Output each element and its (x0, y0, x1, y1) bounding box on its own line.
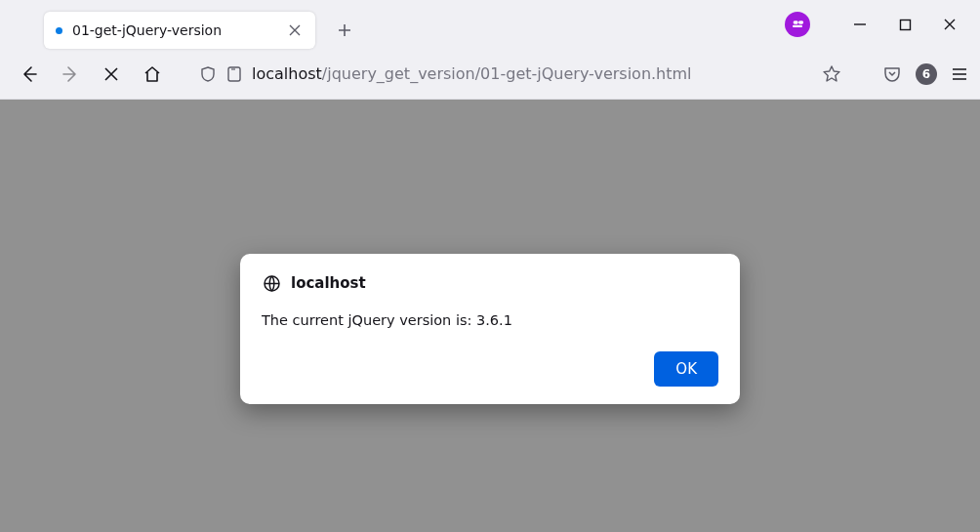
bookmark-star-icon[interactable] (822, 64, 841, 84)
titlebar: 01-get-jQuery-version (0, 0, 980, 49)
dialog-actions: OK (262, 351, 718, 387)
window-controls (785, 0, 980, 49)
maximize-button[interactable] (896, 16, 914, 33)
tab-title: 01-get-jQuery-version (72, 22, 276, 38)
loading-dot-icon (56, 27, 62, 34)
navigation-toolbar: localhost/jquery_get_version/01-get-jQue… (0, 49, 980, 100)
back-button[interactable] (12, 57, 47, 92)
close-tab-button[interactable] (286, 21, 304, 39)
minimize-button[interactable] (851, 16, 869, 33)
home-button[interactable] (135, 57, 170, 92)
svg-rect-2 (793, 25, 802, 27)
dialog-origin: localhost (291, 274, 366, 292)
globe-icon (262, 273, 281, 293)
shield-icon[interactable] (199, 65, 217, 83)
pocket-icon[interactable] (882, 64, 902, 84)
url-path: /jquery_get_version/01-get-jQuery-versio… (322, 64, 692, 83)
browser-tab[interactable]: 01-get-jQuery-version (44, 12, 315, 49)
forward-button (53, 57, 88, 92)
menu-button[interactable] (951, 65, 968, 83)
svg-point-1 (798, 20, 801, 23)
url-host: localhost (252, 64, 322, 83)
svg-rect-3 (900, 20, 910, 29)
stop-reload-button[interactable] (94, 57, 129, 92)
profile-badge[interactable] (785, 12, 810, 37)
new-tab-button[interactable] (329, 15, 360, 46)
site-info-icon[interactable] (226, 65, 242, 83)
close-window-button[interactable] (941, 16, 959, 33)
address-bar[interactable]: localhost/jquery_get_version/01-get-jQue… (189, 57, 851, 92)
url-text: localhost/jquery_get_version/01-get-jQue… (252, 64, 812, 83)
alert-dialog: localhost The current jQuery version is:… (240, 254, 740, 404)
toolbar-right: 6 (871, 63, 968, 85)
notification-count-badge[interactable]: 6 (916, 63, 937, 85)
dialog-message: The current jQuery version is: 3.6.1 (262, 312, 718, 328)
ok-button[interactable]: OK (654, 351, 718, 387)
svg-point-0 (794, 20, 796, 23)
dialog-header: localhost (262, 273, 718, 293)
